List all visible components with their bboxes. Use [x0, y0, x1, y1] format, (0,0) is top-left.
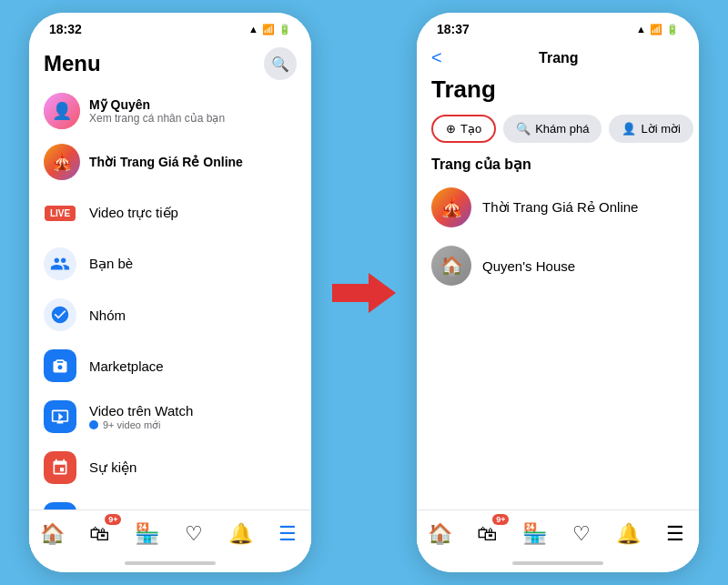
marketplace-label: Marketplace: [89, 358, 164, 374]
live-label: Video trực tiếp: [89, 205, 178, 221]
store-icon: 🏪: [135, 522, 159, 546]
signal-icon-right: ▲: [636, 24, 646, 35]
right-nav-notifications[interactable]: 🛍 9+: [467, 518, 507, 550]
right-status-bar: 18:37 ▲ 📶 🔋: [417, 13, 699, 40]
home-indicator: [29, 554, 311, 572]
friends-icon: [44, 247, 76, 280]
battery-icon-right: 🔋: [666, 24, 679, 35]
right-phone: 18:37 ▲ 📶 🔋 < Trang Trang ⊕ Tạo: [417, 13, 699, 572]
right-store-icon: 🏪: [522, 522, 547, 546]
right-nav-home[interactable]: 🏠: [420, 518, 460, 550]
left-phone: 18:32 ▲ 📶 🔋 Menu 🔍 👤 Mỹ Quyê: [29, 13, 311, 572]
menu-item-events[interactable]: Sự kiện: [29, 442, 311, 493]
tab-kham-pha[interactable]: 🔍 Khám phá: [503, 115, 602, 143]
back-button[interactable]: <: [431, 47, 442, 68]
tab-kham-pha-label: Khám phá: [535, 122, 589, 136]
home-icon: 🏠: [40, 522, 65, 546]
menu-item-groups[interactable]: Nhóm: [29, 289, 311, 340]
heart-icon: ♡: [185, 522, 203, 546]
left-status-icons: ▲ 📶 🔋: [248, 24, 291, 35]
menu-item-friends[interactable]: Bạn bè: [29, 238, 311, 289]
user-subtitle: Xem trang cá nhân của bạn: [89, 112, 225, 125]
shop-row[interactable]: 🎪 Thời Trang Giá Rẻ Online: [29, 136, 311, 187]
page-item-2[interactable]: 🏠 Quyen's House: [417, 237, 699, 295]
right-nav-store[interactable]: 🏪: [514, 518, 554, 550]
live-icon: LIVE: [44, 197, 76, 229]
shop-avatar: 🎪: [44, 144, 80, 180]
right-status-icons: ▲ 📶 🔋: [636, 24, 679, 35]
left-bottom-nav: 🏠 🛍 9+ 🏪 ♡ 🔔 ☰: [29, 509, 311, 554]
groups-label: Nhóm: [89, 308, 126, 323]
left-status-bar: 18:32 ▲ 📶 🔋: [29, 13, 311, 40]
right-nav-bell[interactable]: 🔔: [608, 518, 648, 550]
right-nav-heart[interactable]: ♡: [561, 518, 602, 550]
right-notification-badge: 9+: [492, 514, 509, 525]
tab-tao[interactable]: ⊕ Tạo: [431, 115, 496, 143]
watch-info: Video trên Watch 9+ video mới: [89, 403, 193, 431]
plus-icon: ⊕: [446, 122, 456, 136]
tab-loi-moi[interactable]: 👤 Lời mời: [609, 115, 693, 143]
trang-tabs: ⊕ Tạo 🔍 Khám phá 👤 Lời mời 👍 Tr: [417, 111, 699, 150]
shop-name: Thời Trang Giá Rẻ Online: [89, 155, 243, 169]
trang-header-title: Trang: [451, 50, 666, 66]
page2-name: Quyen's House: [482, 258, 575, 274]
nav-notifications[interactable]: 🛍 9+: [79, 518, 119, 550]
hamburger-icon: ☰: [278, 522, 297, 546]
battery-icon: 🔋: [278, 24, 291, 35]
right-screen: < Trang Trang ⊕ Tạo 🔍 Khám phá 👤 Lời mời: [417, 40, 699, 572]
menu-item-memories[interactable]: Kỷ niệm: [29, 493, 311, 509]
right-bell-icon: 🔔: [616, 522, 641, 546]
arrow-icon: [332, 273, 396, 313]
home-bar: [125, 561, 216, 565]
profile-info: Mỹ Quyên Xem trang cá nhân của bạn: [89, 97, 225, 125]
explore-icon: 🔍: [516, 122, 531, 136]
nav-bell[interactable]: 🔔: [220, 518, 260, 550]
friends-label: Bạn bè: [89, 256, 133, 272]
notification-badge: 9+: [105, 514, 121, 525]
right-hamburger-icon: ☰: [666, 522, 684, 546]
arrow-container: [328, 273, 400, 313]
right-home-indicator: [417, 554, 699, 572]
shop-info: Thời Trang Giá Rẻ Online: [89, 155, 243, 169]
watch-badge-dot: [89, 420, 98, 429]
page-item-1[interactable]: 🎪 Thời Trang Giá Rẻ Online: [417, 178, 699, 237]
right-notification-icon: 🛍: [477, 522, 497, 546]
right-home-icon: 🏠: [428, 522, 452, 546]
bell-icon: 🔔: [228, 522, 253, 546]
page1-name: Thời Trang Giá Rẻ Online: [482, 199, 638, 216]
menu-item-marketplace[interactable]: Marketplace: [29, 340, 311, 391]
trang-section-title: Trang của bạn: [417, 150, 699, 178]
nav-menu[interactable]: ☰: [268, 518, 308, 550]
marketplace-icon: [44, 349, 76, 382]
page2-avatar: 🏠: [431, 246, 471, 286]
menu-item-watch[interactable]: Video trên Watch 9+ video mới: [29, 391, 311, 442]
watch-subtitle: 9+ video mới: [103, 419, 161, 431]
user-avatar: 👤: [44, 93, 80, 129]
events-label: Sự kiện: [89, 459, 136, 476]
menu-header: Menu 🔍: [29, 40, 311, 86]
menu-title: Menu: [44, 51, 101, 76]
menu-item-live[interactable]: LIVE Video trực tiếp: [29, 187, 311, 238]
left-screen: Menu 🔍 👤 Mỹ Quyên Xem trang cá nhân của …: [29, 40, 311, 572]
tab-tao-label: Tạo: [460, 122, 481, 136]
tab-loi-moi-label: Lời mời: [641, 122, 680, 136]
trang-header: < Trang: [417, 40, 699, 72]
nav-home[interactable]: 🏠: [33, 518, 73, 550]
right-time: 18:37: [437, 22, 470, 36]
notification-icon: 🛍: [89, 522, 109, 546]
user-name: Mỹ Quyên: [89, 97, 225, 112]
right-heart-icon: ♡: [572, 522, 591, 546]
menu-list: LIVE Video trực tiếp Bạn bè Nhóm: [29, 187, 311, 509]
events-icon: [44, 451, 76, 484]
profile-row[interactable]: 👤 Mỹ Quyên Xem trang cá nhân của bạn: [29, 86, 311, 136]
search-button[interactable]: 🔍: [264, 47, 297, 80]
signal-icon: ▲: [248, 24, 258, 35]
watch-label: Video trên Watch: [89, 403, 193, 419]
left-time: 18:32: [49, 22, 82, 36]
wifi-icon: 📶: [262, 24, 275, 35]
search-icon: 🔍: [271, 55, 289, 73]
memories-icon: [44, 502, 76, 509]
nav-heart[interactable]: ♡: [174, 518, 214, 550]
nav-store[interactable]: 🏪: [126, 518, 167, 550]
right-nav-menu[interactable]: ☰: [655, 518, 695, 550]
